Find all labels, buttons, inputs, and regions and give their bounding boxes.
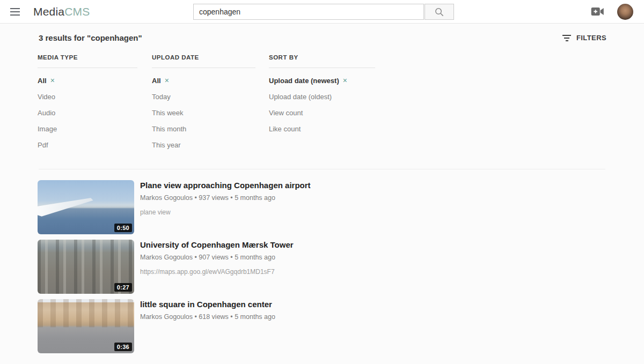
sort-option-upload-date-newest[interactable]: Upload date (newest)× <box>269 72 375 88</box>
duration-badge: 0:36 <box>114 343 132 351</box>
filter-column-title: MEDIA TYPE <box>38 54 137 68</box>
filters-button-label: FILTERS <box>576 34 606 42</box>
video-thumbnail[interactable]: 0:36 <box>38 299 134 353</box>
remove-filter-icon[interactable]: × <box>50 76 55 85</box>
remove-filter-icon[interactable]: × <box>165 76 169 85</box>
filter-column-upload-date: UPLOAD DATE All× Today This week This mo… <box>152 54 255 153</box>
results-list: 0:50 Plane view approaching Copenhagen a… <box>38 180 606 353</box>
filter-option-all[interactable]: All× <box>38 72 137 88</box>
upload-media-icon[interactable] <box>591 7 604 16</box>
logo-accent: CMS <box>64 5 90 18</box>
media-result-item: 0:36 little square in Copenhagen center … <box>38 299 606 353</box>
header-actions <box>591 4 635 20</box>
remove-filter-icon[interactable]: × <box>343 76 347 85</box>
filter-option-pdf[interactable]: Pdf <box>38 137 137 153</box>
filter-option-this-year[interactable]: This year <box>152 137 255 153</box>
filter-column-media-type: MEDIA TYPE All× Video Audio Image Pdf <box>38 54 137 153</box>
duration-badge: 0:50 <box>114 224 132 232</box>
filter-column-title: UPLOAD DATE <box>152 54 255 68</box>
filter-column-title: SORT BY <box>269 54 375 68</box>
media-result-item: 0:27 University of Copenhagen Mærsk Towe… <box>38 240 606 294</box>
search-input[interactable] <box>193 4 424 20</box>
logo-primary: Media <box>33 5 64 18</box>
result-details: University of Copenhagen Mærsk Tower Mar… <box>140 240 294 294</box>
video-title-link[interactable]: Plane view approaching Copenhagen airpor… <box>140 181 311 190</box>
results-summary: 3 results for "copenhagen" <box>38 33 142 42</box>
filter-icon <box>562 35 571 41</box>
video-thumbnail[interactable]: 0:50 <box>38 180 134 234</box>
result-details: Plane view approaching Copenhagen airpor… <box>140 180 311 234</box>
search-form <box>193 4 454 20</box>
sort-option-like-count[interactable]: Like count <box>269 121 375 137</box>
filter-option-audio[interactable]: Audio <box>38 105 137 121</box>
hamburger-menu-icon[interactable] <box>9 5 21 18</box>
video-description: plane view <box>140 209 311 216</box>
video-meta: Markos Gogoulos • 907 views • 5 months a… <box>140 254 294 261</box>
result-details: little square in Copenhagen center Marko… <box>140 299 275 353</box>
filter-column-sort-by: SORT BY Upload date (newest)× Upload dat… <box>269 54 375 153</box>
filter-option-today[interactable]: Today <box>152 88 255 105</box>
top-bar: MediaCMS <box>0 0 644 24</box>
filter-option-all-dates[interactable]: All× <box>152 72 255 88</box>
filter-option-video[interactable]: Video <box>38 88 137 105</box>
section-divider <box>39 169 605 169</box>
filter-option-this-week[interactable]: This week <box>152 105 255 121</box>
media-result-item: 0:50 Plane view approaching Copenhagen a… <box>38 180 606 234</box>
search-icon <box>434 7 444 17</box>
video-title-link[interactable]: little square in Copenhagen center <box>140 300 275 309</box>
video-title-link[interactable]: University of Copenhagen Mærsk Tower <box>140 240 294 249</box>
sort-option-view-count[interactable]: View count <box>269 105 375 121</box>
filters-button[interactable]: FILTERS <box>562 34 606 42</box>
filter-panel: MEDIA TYPE All× Video Audio Image Pdf UP… <box>38 54 606 153</box>
sort-option-upload-date-oldest[interactable]: Upload date (oldest) <box>269 88 375 105</box>
duration-badge: 0:27 <box>114 283 132 292</box>
results-bar: 3 results for "copenhagen" FILTERS <box>38 33 606 42</box>
user-avatar[interactable] <box>617 4 633 20</box>
video-meta: Markos Gogoulos • 618 views • 5 months a… <box>140 313 275 321</box>
video-description: https://maps.app.goo.gl/ewVAGgqdrb1MD1sF… <box>140 268 294 276</box>
video-thumbnail[interactable]: 0:27 <box>38 240 134 294</box>
filter-option-image[interactable]: Image <box>38 121 137 137</box>
search-results-page: 3 results for "copenhagen" FILTERS MEDIA… <box>0 33 644 353</box>
app-logo[interactable]: MediaCMS <box>33 5 90 18</box>
video-meta: Markos Gogoulos • 937 views • 5 months a… <box>140 194 311 202</box>
filter-option-this-month[interactable]: This month <box>152 121 255 137</box>
search-button[interactable] <box>425 4 454 20</box>
